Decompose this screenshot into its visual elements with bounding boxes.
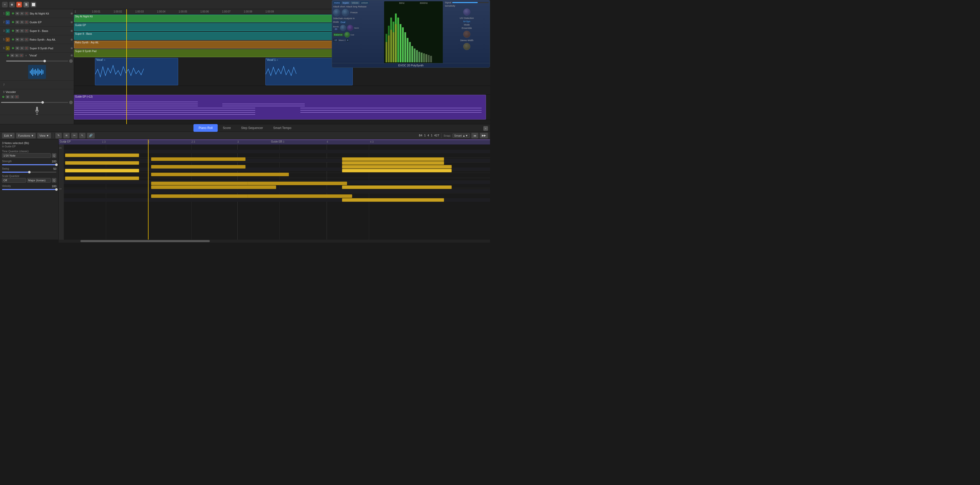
window-button[interactable]: ⬜ xyxy=(30,2,36,7)
release-knob[interactable] xyxy=(342,9,349,16)
track-settings-dot[interactable] xyxy=(71,38,73,41)
track-settings-dot[interactable] xyxy=(71,30,73,32)
vocal-clip-1[interactable]: 'Vocal' ○ xyxy=(95,58,178,85)
pr-note[interactable] xyxy=(65,161,139,165)
track-icon-audio: ♬ xyxy=(6,29,10,33)
mono-button[interactable]: mono xyxy=(333,1,341,4)
pr-note[interactable] xyxy=(342,198,444,202)
mute-button[interactable]: M xyxy=(15,12,19,15)
tab-smart-tempo[interactable]: Smart Tempo xyxy=(268,124,296,132)
edit-menu[interactable]: Edit ▼ xyxy=(2,133,14,139)
quantize-select[interactable]: 1/16 Note xyxy=(2,153,51,158)
track-settings-dot[interactable] xyxy=(71,13,73,14)
pr-grid[interactable] xyxy=(64,145,490,239)
pr-note[interactable] xyxy=(342,165,452,169)
tab-piano-roll[interactable]: Piano Roll xyxy=(193,124,218,132)
stereo-width-knob[interactable] xyxy=(463,43,470,50)
colr-knob[interactable] xyxy=(344,32,350,38)
balance-btn[interactable]: Balance xyxy=(333,33,344,36)
rec-button[interactable]: R xyxy=(24,29,29,33)
add-button[interactable]: + xyxy=(2,2,8,7)
h-button[interactable]: H xyxy=(16,2,22,7)
power-button[interactable]: ⏻ xyxy=(11,46,15,50)
clip-label: Super 8 Synth Pad xyxy=(74,49,97,53)
rec-button[interactable]: R xyxy=(19,54,24,57)
pencil-tool[interactable]: ✎ xyxy=(56,133,62,139)
mute-button[interactable]: M xyxy=(15,46,19,50)
pr-note[interactable] xyxy=(65,153,139,157)
marquee-tool[interactable]: ✂ xyxy=(71,133,78,139)
attack-knob[interactable] xyxy=(333,9,340,16)
semi-knob[interactable] xyxy=(347,25,353,31)
pr-note[interactable] xyxy=(248,182,347,185)
scale-select[interactable]: Major (Ionian) xyxy=(27,178,51,183)
pr-note-selected[interactable] xyxy=(342,169,452,172)
pointer-tool[interactable]: ↖ xyxy=(79,133,86,139)
s-button[interactable]: S xyxy=(24,2,29,7)
swing-slider[interactable] xyxy=(2,172,56,173)
pr-note[interactable] xyxy=(151,173,289,176)
functions-menu[interactable]: Functions ▼ xyxy=(16,133,36,139)
solo-button[interactable]: S xyxy=(20,46,24,50)
power-button[interactable]: ⏻ xyxy=(11,12,15,15)
bands-knob[interactable] xyxy=(340,25,346,31)
pr-note[interactable] xyxy=(151,157,245,161)
automation-tool[interactable]: ≋ xyxy=(63,133,70,139)
power-button[interactable]: ⏻ xyxy=(6,54,10,57)
track-settings-dot[interactable] xyxy=(71,21,73,23)
link-tool[interactable]: 🔗 xyxy=(87,133,95,139)
solo-button[interactable]: S xyxy=(20,12,24,15)
tab-step-sequencer[interactable]: Step Sequencer xyxy=(236,124,268,132)
legato-button[interactable]: legato xyxy=(342,1,350,4)
scale-q-button[interactable]: Q xyxy=(52,178,56,183)
power-button[interactable]: ⏻ xyxy=(1,95,5,99)
h-scrollbar-thumb[interactable] xyxy=(80,240,210,242)
mute-button[interactable]: M xyxy=(15,29,19,33)
pr-note[interactable] xyxy=(151,185,276,189)
power-button[interactable]: ⏻ xyxy=(11,29,15,33)
scale-off-select[interactable]: Off xyxy=(2,178,26,183)
q-button[interactable]: Q xyxy=(52,153,56,158)
pr-note[interactable] xyxy=(342,157,444,161)
pr-note[interactable] xyxy=(342,185,452,189)
input-button[interactable]: I xyxy=(24,54,28,57)
track-settings-dot[interactable] xyxy=(71,47,73,49)
rec-button[interactable]: R xyxy=(24,38,29,41)
rec-button[interactable]: R xyxy=(15,95,19,99)
guide-ep-purple-clip[interactable]: Guide EP (+12) xyxy=(74,95,486,120)
pr-note[interactable] xyxy=(342,161,444,165)
pr-note[interactable] xyxy=(151,165,245,169)
power-button[interactable]: ⏻ xyxy=(11,38,15,41)
rec-button[interactable]: R xyxy=(24,21,29,24)
record-button[interactable]: ⏺ xyxy=(9,2,15,7)
snap-select[interactable]: Smart ▲▼ xyxy=(452,134,470,138)
velocity-slider[interactable] xyxy=(2,189,56,190)
rec-button[interactable]: R xyxy=(24,12,29,15)
solo-button[interactable]: S xyxy=(20,21,24,24)
sensitivity-knob[interactable] xyxy=(463,8,470,16)
strength-slider[interactable] xyxy=(2,164,56,165)
tab-score[interactable]: Score xyxy=(218,124,236,132)
track-controls: ⏻ M S R xyxy=(11,12,29,15)
solo-button[interactable]: S xyxy=(10,95,14,99)
mute-button[interactable]: M xyxy=(15,38,19,41)
h-scrollbar[interactable] xyxy=(59,239,490,242)
solo-button[interactable]: S xyxy=(20,38,24,41)
ensemble-knob[interactable] xyxy=(463,31,470,38)
track-settings-dot[interactable] xyxy=(71,54,73,56)
dual-button[interactable]: Dual xyxy=(340,21,347,24)
unison-button[interactable]: unison xyxy=(360,1,369,4)
pr-note[interactable] xyxy=(248,195,352,198)
mute-button[interactable]: M xyxy=(15,21,19,24)
pr-note[interactable] xyxy=(65,177,139,180)
transport-btn-1[interactable]: ⏮ xyxy=(471,133,478,139)
rec-button[interactable]: R xyxy=(24,46,29,50)
mute-button[interactable]: M xyxy=(10,54,14,57)
transport-btn-2[interactable]: ▶▶ xyxy=(480,133,488,139)
mute-button[interactable]: M xyxy=(6,95,10,99)
view-menu[interactable]: View ▼ xyxy=(37,133,51,139)
solo-button[interactable]: S xyxy=(15,54,19,57)
pr-note-selected[interactable] xyxy=(65,169,139,172)
solo-button[interactable]: S xyxy=(20,29,24,33)
power-button[interactable]: ⏻ xyxy=(11,21,15,24)
